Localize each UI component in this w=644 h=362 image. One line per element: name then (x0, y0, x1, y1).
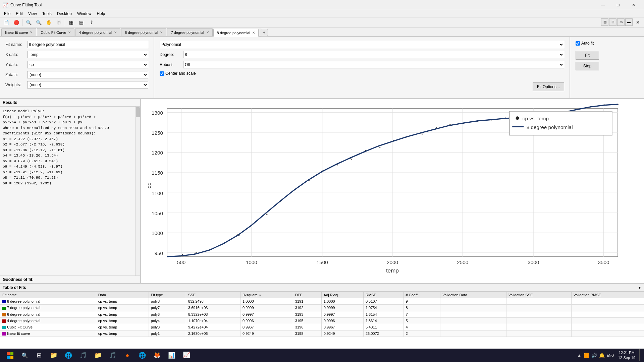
menu-help[interactable]: Help (94, 11, 108, 17)
minimize-button[interactable]: — (595, 0, 610, 10)
table-row[interactable]: 6 degree polynomial cp vs. temp poly6 8.… (0, 311, 644, 317)
toolbar-export[interactable]: ⤴ (87, 18, 96, 26)
app-media[interactable]: 📁 (91, 349, 105, 361)
app-matlab[interactable]: 📊 (165, 349, 178, 361)
results-scrollbar[interactable] (136, 107, 140, 276)
close-button[interactable]: ✕ (626, 0, 641, 10)
toolbar-datacursor[interactable]: 🖱️ (54, 18, 63, 26)
menu-desktop[interactable]: Desktop (54, 11, 74, 17)
stop-button[interactable]: Stop (576, 62, 599, 70)
app-explorer[interactable]: 📁 (47, 349, 60, 361)
view-btn-2[interactable]: ⊞ (609, 18, 616, 26)
toolbar-pan[interactable]: ✋ (44, 18, 53, 26)
results-eq2: p5*x^4 + p6*x^3 + p7*x^2 + p8*x + p9 (3, 120, 138, 125)
coeff-p1: p1 = 2.422 (2.377, 2.467) (3, 136, 138, 142)
svg-text:cp vs. temp: cp vs. temp (523, 116, 549, 121)
app-music[interactable]: 🎵 (76, 349, 90, 361)
cell-valsse (506, 311, 571, 317)
xdata-row: X data: temp (5, 51, 148, 58)
cell-rsquare: 1.0000 (240, 298, 293, 305)
tab-7-degree-polynomial[interactable]: 7 degree polynomial ✕ (167, 28, 212, 36)
tab-4-degree-polynomial[interactable]: 4 degree polynomial ✕ (75, 28, 120, 36)
scroll-handle[interactable] (136, 107, 140, 117)
fit-options-button[interactable]: Fit Options... (533, 82, 564, 91)
table-row[interactable]: Cubic Fit Curve cp vs. temp poly3 9.4272… (0, 324, 644, 330)
autofit-checkbox[interactable] (576, 41, 580, 46)
menu-tools[interactable]: Tools (40, 11, 54, 17)
svg-text:1150: 1150 (152, 170, 163, 176)
weights-select[interactable]: (none) (27, 81, 148, 88)
table-row[interactable]: 8 degree polynomial cp vs. temp poly8 83… (0, 298, 644, 305)
table-row[interactable]: 7 degree polynomial cp vs. temp poly7 3.… (0, 305, 644, 311)
menu-view[interactable]: View (25, 11, 40, 17)
tab-cubic-fit-curve[interactable]: Cubic Fit Curve ✕ (37, 28, 74, 36)
menu-edit[interactable]: Edit (13, 11, 25, 17)
tray-volume[interactable]: 🔊 (591, 353, 597, 358)
coeff-p7: p7 = -11.91 (-12.2, -11.63) (3, 170, 138, 175)
svg-text:8 degree polynomial: 8 degree polynomial (527, 124, 573, 130)
tab-close-icon[interactable]: ✕ (160, 31, 163, 34)
tray-notification[interactable]: 🔔 (599, 353, 605, 358)
table-collapse-icon[interactable]: ▼ (638, 286, 641, 290)
robust-select[interactable]: Off (183, 61, 564, 68)
app-spotify[interactable]: 🎵 (106, 349, 119, 361)
xdata-select[interactable]: temp (27, 51, 148, 58)
tab-close-icon[interactable]: ✕ (206, 31, 209, 34)
menu-window[interactable]: Window (74, 11, 94, 17)
menu-file[interactable]: File (1, 11, 13, 17)
app-firefox[interactable]: 🦊 (150, 349, 164, 361)
ydata-select[interactable]: cp (27, 61, 148, 68)
fits-table: Fit name Data Fit type SSE R-square ▼ DF… (0, 292, 644, 337)
cell-data: cp vs. temp (96, 324, 149, 330)
tab-close-icon[interactable]: ✕ (30, 31, 33, 34)
toolbar-grid[interactable]: ▦ (66, 18, 76, 26)
search-button[interactable]: 🔍 (19, 349, 31, 361)
xdata-label: X data: (5, 52, 27, 57)
table-row[interactable]: linear fit curve cp vs. temp poly1 2.163… (0, 330, 644, 337)
view-btn-4[interactable]: ▬ (625, 18, 633, 26)
centerscale-checkbox[interactable] (160, 71, 164, 76)
svg-point-65 (182, 254, 183, 255)
start-button[interactable] (3, 349, 17, 361)
taskbar-clock[interactable]: 12:21 PM 12-Sep-19 (618, 350, 635, 361)
tab-linear-fit-curve[interactable]: linear fit curve ✕ (1, 28, 36, 36)
tab-close-icon[interactable]: ✕ (252, 31, 255, 35)
tab-bar: linear fit curve ✕ Cubic Fit Curve ✕ 4 d… (0, 27, 644, 37)
view-btn-3[interactable]: ▭ (617, 18, 625, 26)
fit-button[interactable]: Fit (576, 51, 599, 60)
tab-add-button[interactable]: + (261, 29, 268, 36)
zdata-select[interactable]: (none) (27, 71, 148, 78)
cell-valdata (440, 324, 506, 330)
toolbar-zoom-out[interactable]: 🔍 (34, 18, 43, 26)
tray-network[interactable]: 📶 (584, 353, 589, 358)
tab-close-icon[interactable]: ✕ (68, 31, 71, 34)
view-btn-5[interactable]: ✕ (633, 18, 643, 26)
taskview-button[interactable]: ⊞ (32, 349, 46, 361)
toolbar-table[interactable]: ▤ (76, 18, 86, 26)
toolbar-open[interactable]: 🔴 (11, 18, 21, 26)
tab-8-degree-polynomial[interactable]: 8 degree polynomial ✕ (213, 29, 259, 37)
maximize-button[interactable]: □ (610, 0, 626, 10)
fitname-input[interactable] (27, 41, 148, 48)
centerscale-label: Center and scale (165, 71, 196, 76)
app-browser-ie[interactable]: 🌐 (62, 349, 75, 361)
tab-6-degree-polynomial[interactable]: 6 degree polynomial ✕ (121, 28, 166, 36)
app-active[interactable]: 📈 (180, 349, 193, 361)
cell-rmse: 5.4311 (363, 324, 404, 330)
app-orange[interactable]: ● (121, 349, 134, 361)
view-btn-1[interactable]: ▤ (601, 18, 608, 26)
fittype-select[interactable]: Polynomial (160, 41, 564, 48)
degree-select[interactable]: 8 (183, 51, 564, 58)
tab-label: 8 degree polynomial (217, 31, 250, 35)
tray-arrow[interactable]: ▲ (577, 353, 582, 358)
time-display: 12:21 PM (618, 350, 635, 355)
toolbar-new[interactable]: 📄 (1, 18, 11, 26)
svg-point-82 (422, 133, 423, 134)
cell-sse: 9.4272e+04 (186, 324, 240, 330)
tray-lang: ENG (607, 354, 614, 357)
app-edge[interactable]: 🌐 (136, 349, 149, 361)
table-row[interactable]: 4 degree polynomial cp vs. temp poly4 1.… (0, 317, 644, 324)
tab-close-icon[interactable]: ✕ (114, 31, 117, 34)
show-desktop-button[interactable] (639, 349, 641, 361)
toolbar-zoom-in[interactable]: 🔍 (24, 18, 33, 26)
